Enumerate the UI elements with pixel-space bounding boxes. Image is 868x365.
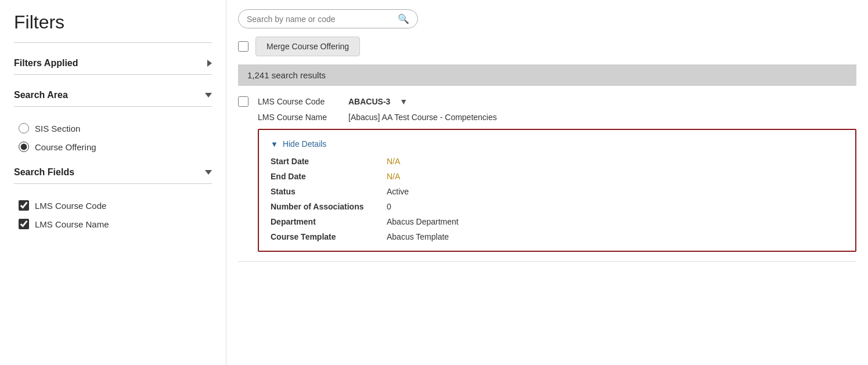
filters-applied-label: Filters Applied bbox=[14, 58, 78, 68]
course-checkbox[interactable] bbox=[238, 96, 248, 107]
checkbox-lms-course-code-input[interactable] bbox=[19, 200, 29, 211]
radio-course-offering-label: Course Offering bbox=[35, 142, 96, 152]
course-code-value: ABACUS-3 bbox=[348, 97, 390, 106]
search-input[interactable] bbox=[247, 15, 398, 24]
start-date-value: N/A bbox=[387, 157, 844, 166]
dropdown-arrow-icon: ▼ bbox=[399, 97, 408, 106]
course-template-value: Abacus Template bbox=[387, 232, 844, 241]
results-count: 1,241 search results bbox=[247, 70, 326, 80]
chevron-right-icon bbox=[207, 60, 212, 67]
divider-1 bbox=[14, 42, 212, 43]
course-code-dropdown-button[interactable]: ▼ bbox=[399, 97, 408, 106]
radio-course-offering[interactable]: Course Offering bbox=[19, 142, 212, 152]
num-associations-label: Number of Associations bbox=[271, 202, 387, 211]
search-input-wrap[interactable]: 🔍 bbox=[238, 9, 418, 28]
divider-2 bbox=[14, 74, 212, 75]
chevron-down-icon-search-fields bbox=[205, 170, 212, 175]
num-associations-value: 0 bbox=[387, 202, 844, 211]
status-value: Active bbox=[387, 187, 844, 196]
divider-4 bbox=[14, 183, 212, 184]
checkbox-lms-course-name[interactable]: LMS Course Name bbox=[19, 219, 212, 229]
results-bar: 1,241 search results bbox=[238, 64, 856, 86]
divider-3 bbox=[14, 106, 212, 107]
course-header-row: LMS Course Code ABACUS-3 ▼ bbox=[238, 96, 856, 107]
search-fields-header[interactable]: Search Fields bbox=[14, 161, 212, 183]
course-card: LMS Course Code ABACUS-3 ▼ LMS Course Na… bbox=[238, 96, 856, 262]
checkbox-lms-course-name-label: LMS Course Name bbox=[35, 219, 109, 229]
course-name-value: [Abacus] AA Test Course - Competencies bbox=[348, 113, 497, 122]
details-grid: Start Date N/A End Date N/A Status Activ… bbox=[271, 157, 844, 241]
search-bar-row: 🔍 bbox=[238, 9, 856, 28]
course-name-label: LMS Course Name bbox=[258, 113, 339, 122]
end-date-label: End Date bbox=[271, 172, 387, 181]
end-date-value: N/A bbox=[387, 172, 844, 181]
hide-details-row[interactable]: ▼ Hide Details bbox=[271, 139, 844, 149]
search-fields-checkbox-group: LMS Course Code LMS Course Name bbox=[14, 193, 212, 238]
course-code-label: LMS Course Code bbox=[258, 97, 339, 106]
merge-checkbox[interactable] bbox=[238, 41, 248, 52]
merge-row: Merge Course Offering bbox=[238, 37, 856, 56]
checkbox-lms-course-code[interactable]: LMS Course Code bbox=[19, 200, 212, 211]
search-area-header[interactable]: Search Area bbox=[14, 84, 212, 106]
hide-details-label: Hide Details bbox=[283, 139, 326, 149]
filters-applied-header[interactable]: Filters Applied bbox=[14, 52, 212, 74]
department-label: Department bbox=[271, 217, 387, 226]
radio-course-offering-input[interactable] bbox=[19, 142, 29, 152]
details-box: ▼ Hide Details Start Date N/A End Date N… bbox=[258, 129, 856, 252]
checkbox-lms-course-name-input[interactable] bbox=[19, 219, 29, 229]
search-area-radio-group: SIS Section Course Offering bbox=[14, 116, 212, 161]
course-name-row: LMS Course Name [Abacus] AA Test Course … bbox=[258, 113, 856, 122]
search-area-label: Search Area bbox=[14, 90, 68, 100]
search-fields-label: Search Fields bbox=[14, 167, 74, 178]
chevron-down-icon-search-area bbox=[205, 93, 212, 97]
checkbox-lms-course-code-label: LMS Course Code bbox=[35, 201, 106, 211]
page-title: Filters bbox=[14, 12, 212, 33]
radio-sis-section-input[interactable] bbox=[19, 123, 29, 133]
merge-course-offering-button[interactable]: Merge Course Offering bbox=[255, 37, 360, 56]
start-date-label: Start Date bbox=[271, 157, 387, 166]
sidebar: Filters Filters Applied Search Area SIS … bbox=[0, 0, 226, 365]
course-template-label: Course Template bbox=[271, 232, 387, 241]
status-label: Status bbox=[271, 187, 387, 196]
hide-details-icon: ▼ bbox=[271, 140, 278, 149]
search-icon: 🔍 bbox=[398, 13, 409, 24]
radio-sis-section-label: SIS Section bbox=[35, 124, 80, 133]
radio-sis-section[interactable]: SIS Section bbox=[19, 123, 212, 133]
department-value: Abacus Department bbox=[387, 217, 844, 226]
main-content: 🔍 Merge Course Offering 1,241 search res… bbox=[226, 0, 868, 365]
